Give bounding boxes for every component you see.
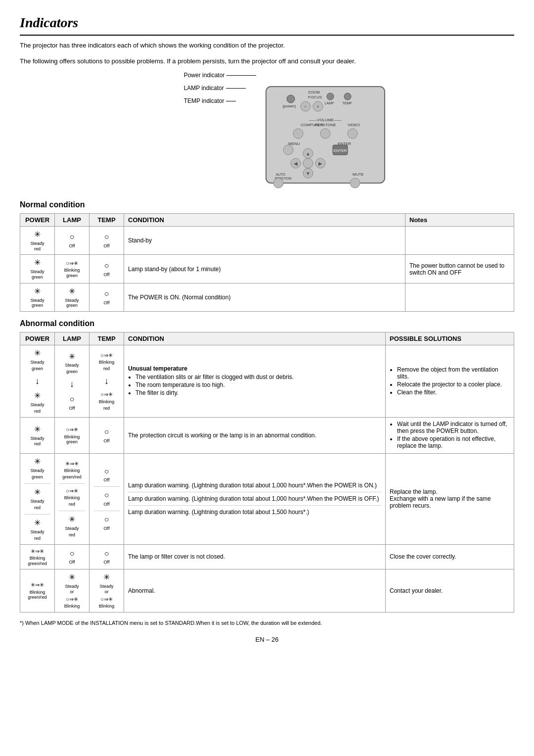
normal-row-1: ✳ Steadyred ○ Off ○ Off Stand-by <box>20 227 514 255</box>
blink-icon: ○⇒✳ <box>64 487 80 494</box>
svg-text:VIDEO: VIDEO <box>348 123 360 127</box>
arrow-down-icon: ↓ <box>70 378 74 390</box>
circle-off-icon: ○ <box>104 232 109 242</box>
svg-text:ZOOM: ZOOM <box>308 90 320 94</box>
abnormal-r2-solutions: Wait until the LAMP indicator is turned … <box>386 418 514 454</box>
th-lamp: LAMP <box>55 214 89 227</box>
projector-image: (power) LAMP TEMP ZOOM FOCUS − + ——VOLUM… <box>261 72 390 190</box>
sun-icon: ✳ <box>103 572 110 583</box>
sun-icon: ✳ <box>34 230 41 240</box>
svg-text:——VOLUME——: ——VOLUME—— <box>309 118 342 122</box>
svg-point-38 <box>350 178 360 188</box>
th-ab-condition: CONDITION <box>124 332 386 345</box>
svg-point-17 <box>293 129 303 139</box>
svg-text:▲: ▲ <box>306 151 311 156</box>
th-notes: Notes <box>405 214 514 227</box>
svg-point-37 <box>273 178 283 188</box>
abnormal-row-5: ✳⇒✳ Blinkinggreen/red ✳ Steadyor ○⇒✳ Bli… <box>20 569 514 612</box>
normal-r2-power: ✳ Steadygreen <box>20 255 55 283</box>
svg-point-2 <box>327 93 334 100</box>
svg-text:MUTE: MUTE <box>353 172 364 177</box>
normal-row-3: ✳ Steadygreen ✳ Steadygreen ○ Off The PO… <box>20 283 514 311</box>
svg-text:LAMP: LAMP <box>325 101 334 105</box>
sun-icon: ✳ <box>69 286 75 297</box>
arrow-down-icon: ↓ <box>35 376 40 387</box>
diagram-labels: Power indicator LAMP indicator TEMP indi… <box>184 72 257 190</box>
abnormal-r5-lamp: ✳ Steadyor ○⇒✳ Blinking <box>55 569 89 612</box>
normal-r3-temp: ○ Off <box>89 283 124 311</box>
abnormal-r4-power: ✳⇒✳ Blinkinggreen/red <box>20 544 55 569</box>
blink-arrow-icon: ○⇒✳ <box>66 260 78 267</box>
abnormal-r3-condition: Lamp duration warning. (Lightning durati… <box>124 454 386 544</box>
abnormal-row-3: ✳ Steadygreen ✳ Steadyred ✳ Steadyred <box>20 454 514 544</box>
sun-icon: ✳ <box>69 572 75 583</box>
abnormal-r2-condition: The protection circuit is working or the… <box>124 418 386 454</box>
abnormal-row-2: ✳ Steadyred ○⇒✳ Blinkinggreen ○ Off The … <box>20 418 514 454</box>
normal-r3-power: ✳ Steadygreen <box>20 283 55 311</box>
abnormal-r5-power: ✳⇒✳ Blinkinggreen/red <box>20 569 55 612</box>
abnormal-r3-lamp: ✳⇒✳ Blinkinggreen/red ○⇒✳ Blinkingred ✳ … <box>55 454 89 544</box>
page-title: Indicators <box>20 15 514 31</box>
circle-off-icon: ○ <box>104 515 110 525</box>
abnormal-r1-condition: Unusual temperature The ventilation slit… <box>124 345 386 418</box>
abnormal-r3-temp: ○ Off ○ Off ○ Off <box>89 454 124 544</box>
svg-text:◀: ◀ <box>294 161 298 166</box>
th-ab-temp: TEMP <box>89 332 124 345</box>
abnormal-r2-lamp: ○⇒✳ Blinkinggreen <box>55 418 89 454</box>
sun-icon: ✳ <box>30 518 44 528</box>
abnormal-r1-solutions: Remove the object from the ventilation s… <box>386 345 514 418</box>
svg-point-29 <box>303 158 313 168</box>
normal-r2-temp: ○ Off <box>89 255 124 283</box>
sun-icon: ✳ <box>65 515 79 525</box>
blink-icon: ○⇒✳ <box>99 391 115 398</box>
page-number: EN – 26 <box>20 636 514 643</box>
svg-text:−: − <box>304 104 307 109</box>
circle-off-icon: ○ <box>104 261 109 271</box>
blink-icon: ✳⇒✳ <box>31 581 44 588</box>
abnormal-r1-power: ✳ Steadygreen ↓ ✳ Steadyred <box>20 345 55 418</box>
abnormal-r4-condition: The lamp or filter cover is not closed. <box>124 544 386 569</box>
svg-point-19 <box>348 129 357 139</box>
normal-r2-condition: Lamp stand-by (about for 1 minute) <box>124 255 405 283</box>
normal-r2-notes: The power button cannot be used to switc… <box>405 255 514 283</box>
normal-condition-title: Normal condition <box>20 200 514 209</box>
blink-icon: ○⇒✳ <box>66 426 78 433</box>
abnormal-r1-temp: ○⇒✳ Blinkingred ↓ ○⇒✳ Blinkingred <box>89 345 124 418</box>
abnormal-r3-power: ✳ Steadygreen ✳ Steadyred ✳ Steadyred <box>20 454 55 544</box>
abnormal-row-4: ✳⇒✳ Blinkinggreen/red ○ Off ○ Off The la… <box>20 544 514 569</box>
abnormal-condition-title: Abnormal condition <box>20 319 514 328</box>
th-ab-solutions: POSSIBLE SOLUTIONS <box>386 332 514 345</box>
sun-icon: ✳ <box>34 258 41 268</box>
normal-row-2: ✳ Steadygreen ○⇒✳ Blinkinggreen ○ Off La… <box>20 255 514 283</box>
intro-line-1: The projector has three indicators each … <box>20 41 514 50</box>
normal-r1-lamp: ○ Off <box>55 227 89 255</box>
normal-r1-temp: ○ Off <box>89 227 124 255</box>
blink-icon: ○⇒✳ <box>66 596 78 603</box>
abnormal-r5-temp: ✳ Steadyor ○⇒✳ Blinking <box>89 569 124 612</box>
svg-text:AUTO: AUTO <box>276 173 286 176</box>
th-temp: TEMP <box>89 214 124 227</box>
arrow-down-icon: ↓ <box>104 376 109 387</box>
sun-icon: ✳ <box>34 425 41 435</box>
sun-icon: ✳ <box>30 348 44 359</box>
svg-text:TEMP: TEMP <box>343 101 353 105</box>
abnormal-r5-solutions: Contact your dealer. <box>386 569 514 612</box>
normal-r1-condition: Stand-by <box>124 227 405 255</box>
abnormal-r2-power: ✳ Steadyred <box>20 418 55 454</box>
circle-off-icon: ○ <box>104 427 109 437</box>
abnormal-r5-condition: Abnormal. <box>124 569 386 612</box>
svg-text:▶: ▶ <box>318 161 322 166</box>
normal-condition-table: POWER LAMP TEMP CONDITION Notes ✳ Steady… <box>20 213 514 312</box>
normal-r1-power: ✳ Steadyred <box>20 227 55 255</box>
abnormal-r4-solutions: Close the cover correctly. <box>386 544 514 569</box>
svg-point-18 <box>320 129 330 139</box>
svg-text:+: + <box>316 104 319 109</box>
circle-off-icon: ○ <box>104 490 110 501</box>
normal-r3-lamp: ✳ Steadygreen <box>55 283 89 311</box>
th-power: POWER <box>20 214 55 227</box>
power-indicator-label: Power indicator <box>184 72 257 79</box>
circle-off-icon: ○ <box>104 467 110 477</box>
blink-icon: ○⇒✳ <box>99 352 115 359</box>
normal-r2-lamp: ○⇒✳ Blinkinggreen <box>55 255 89 283</box>
lamp-indicator-label: LAMP indicator <box>184 85 257 92</box>
